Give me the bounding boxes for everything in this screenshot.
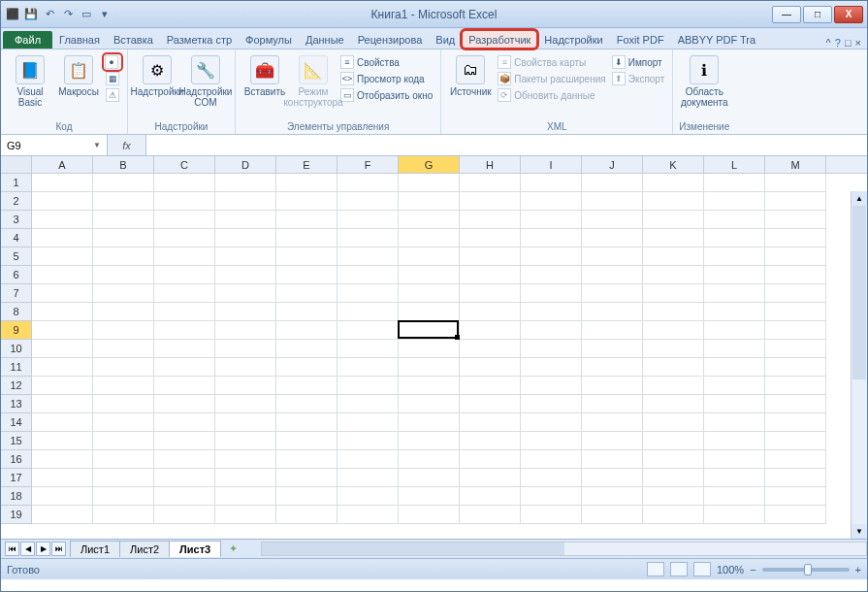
cell-I10[interactable]	[521, 340, 582, 358]
cell-M18[interactable]	[765, 487, 826, 506]
close-workbook-icon[interactable]: ×	[855, 37, 861, 49]
cell-H4[interactable]	[460, 229, 521, 247]
cell-F5[interactable]	[338, 247, 399, 266]
cell-E19[interactable]	[276, 506, 338, 524]
name-box[interactable]: G9 ▼	[1, 135, 108, 155]
cell-D11[interactable]	[215, 358, 276, 377]
cell-D15[interactable]	[215, 432, 276, 450]
cell-L5[interactable]	[704, 247, 765, 266]
cell-B3[interactable]	[93, 211, 154, 229]
cell-A19[interactable]	[32, 506, 93, 524]
cell-C9[interactable]	[154, 321, 215, 340]
cell-M15[interactable]	[765, 432, 826, 450]
cell-H9[interactable]	[460, 321, 521, 340]
cell-E17[interactable]	[276, 469, 338, 487]
zoom-in-button[interactable]: +	[855, 564, 861, 576]
cell-K7[interactable]	[643, 284, 704, 303]
cell-M3[interactable]	[765, 211, 826, 229]
cell-I7[interactable]	[521, 284, 582, 303]
cell-D5[interactable]	[215, 247, 276, 266]
cell-D7[interactable]	[215, 284, 276, 303]
row-header-12[interactable]: 12	[1, 377, 32, 395]
tab-abbyy[interactable]: ABBYY PDF Tra	[671, 30, 763, 49]
tab-home[interactable]: Главная	[52, 30, 107, 49]
cell-C16[interactable]	[154, 450, 215, 469]
cell-C7[interactable]	[154, 284, 215, 303]
cell-K12[interactable]	[643, 377, 704, 395]
cell-A12[interactable]	[32, 377, 93, 395]
cell-J7[interactable]	[582, 284, 643, 303]
cell-C18[interactable]	[154, 487, 215, 506]
cell-K14[interactable]	[643, 413, 704, 432]
cell-K8[interactable]	[643, 303, 704, 321]
refresh-data-button[interactable]: ⟳Обновить данные	[496, 87, 607, 103]
record-macro-button[interactable]: ●	[104, 54, 121, 70]
cell-I15[interactable]	[521, 432, 582, 450]
cell-A10[interactable]	[32, 340, 93, 358]
cell-H1[interactable]	[460, 174, 521, 192]
show-window-button[interactable]: ▭Отобразить окно	[338, 87, 434, 103]
cell-I5[interactable]	[521, 247, 582, 266]
cell-A7[interactable]	[32, 284, 93, 303]
cell-J14[interactable]	[582, 413, 643, 432]
column-header-A[interactable]: A	[32, 156, 93, 173]
cell-K4[interactable]	[643, 229, 704, 247]
row-header-11[interactable]: 11	[1, 358, 32, 377]
relative-refs-button[interactable]: ▦	[104, 71, 121, 86]
cell-F18[interactable]	[338, 487, 399, 506]
macro-security-button[interactable]: ⚠	[104, 87, 121, 103]
cell-F11[interactable]	[338, 358, 399, 377]
cell-J18[interactable]	[582, 487, 643, 506]
cell-K3[interactable]	[643, 211, 704, 229]
row-header-17[interactable]: 17	[1, 469, 32, 487]
cell-F4[interactable]	[338, 229, 399, 247]
cell-K15[interactable]	[643, 432, 704, 450]
cell-L11[interactable]	[704, 358, 765, 377]
minimize-button[interactable]: —	[772, 6, 801, 23]
row-header-9[interactable]: 9	[1, 321, 32, 340]
cell-A16[interactable]	[32, 450, 93, 469]
cell-G19[interactable]	[399, 506, 460, 524]
cell-M12[interactable]	[765, 377, 826, 395]
row-header-19[interactable]: 19	[1, 506, 32, 524]
cell-A17[interactable]	[32, 469, 93, 487]
row-header-13[interactable]: 13	[1, 395, 32, 413]
cell-K11[interactable]	[643, 358, 704, 377]
cell-L17[interactable]	[704, 469, 765, 487]
cell-B15[interactable]	[93, 432, 154, 450]
save-icon[interactable]: 💾	[23, 7, 39, 22]
cell-H13[interactable]	[460, 395, 521, 413]
view-layout-button[interactable]	[670, 562, 688, 576]
row-header-7[interactable]: 7	[1, 284, 32, 303]
cell-A5[interactable]	[32, 247, 93, 266]
cell-E15[interactable]	[276, 432, 338, 450]
sheet-tab-1[interactable]: Лист1	[70, 541, 120, 557]
cell-J6[interactable]	[582, 266, 643, 284]
cell-B11[interactable]	[93, 358, 154, 377]
cell-F13[interactable]	[338, 395, 399, 413]
cell-M17[interactable]	[765, 469, 826, 487]
cell-G18[interactable]	[399, 487, 460, 506]
cell-A9[interactable]	[32, 321, 93, 340]
xml-export-button[interactable]: ⬆Экспорт	[610, 71, 667, 86]
cell-K6[interactable]	[643, 266, 704, 284]
insert-control-button[interactable]: 🧰 Вставить	[241, 51, 288, 97]
cell-M8[interactable]	[765, 303, 826, 321]
tab-developer[interactable]: Разработчик	[462, 30, 537, 49]
tab-foxit[interactable]: Foxit PDF	[610, 30, 671, 49]
cell-G2[interactable]	[399, 192, 460, 211]
column-header-I[interactable]: I	[521, 156, 582, 173]
cell-H6[interactable]	[460, 266, 521, 284]
zoom-slider[interactable]	[762, 568, 850, 572]
column-header-K[interactable]: K	[643, 156, 704, 173]
name-box-dropdown-icon[interactable]: ▼	[93, 141, 101, 149]
cell-K9[interactable]	[643, 321, 704, 340]
tab-insert[interactable]: Вставка	[107, 30, 160, 49]
cell-C4[interactable]	[154, 229, 215, 247]
horizontal-scrollbar[interactable]	[261, 542, 867, 556]
cell-G1[interactable]	[399, 174, 460, 192]
cell-K5[interactable]	[643, 247, 704, 266]
cell-L14[interactable]	[704, 413, 765, 432]
cell-L15[interactable]	[704, 432, 765, 450]
cell-B13[interactable]	[93, 395, 154, 413]
